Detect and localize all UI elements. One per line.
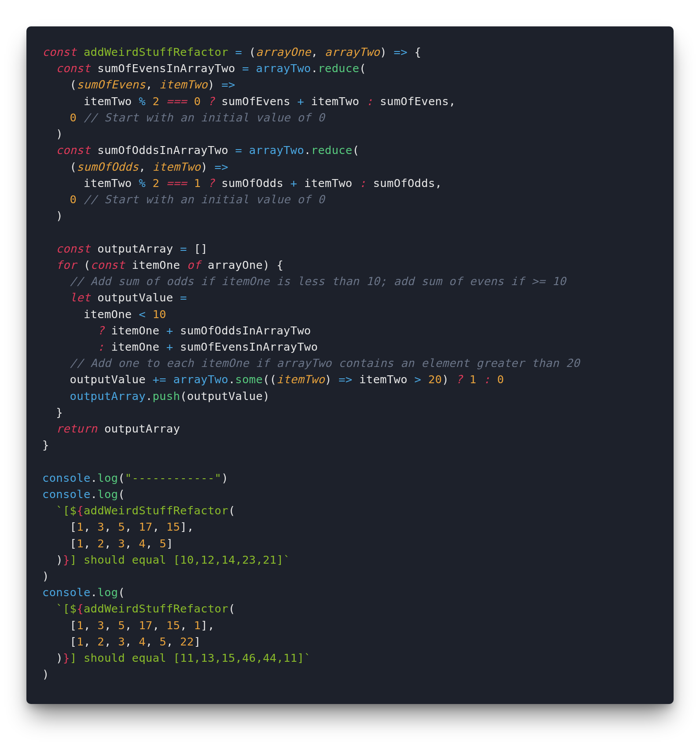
token-fn-decl: addWeirdStuffRefactor [84, 602, 228, 615]
token-punct: , [104, 537, 118, 550]
token-punct: ( [242, 45, 256, 59]
token-param: itemTwo [159, 78, 208, 91]
token-kw: const [91, 258, 125, 271]
token-punct [42, 373, 70, 386]
token-num: 3 [97, 520, 104, 533]
token-num: 5 [159, 537, 166, 550]
token-punct [159, 95, 166, 108]
token-num: 0 [70, 193, 77, 206]
token-punct: ( [118, 586, 125, 599]
token-num: 1 [77, 537, 84, 550]
token-punct [214, 95, 221, 108]
token-punct: ( [352, 143, 359, 157]
token-cmt: // Start with an initial value of 0 [84, 111, 325, 124]
token-fn-call: reduce [318, 62, 359, 75]
token-punct [373, 95, 380, 108]
token-punct: , [146, 635, 159, 648]
token-ident: outputValue [97, 291, 173, 304]
token-punct: } [42, 438, 49, 451]
token-punct: , [104, 619, 118, 632]
token-punct [228, 45, 236, 59]
token-punct [42, 308, 84, 321]
token-punct [42, 95, 84, 108]
token-punct: ) [442, 373, 456, 386]
token-obj: console [42, 471, 91, 484]
token-punct: , [104, 635, 118, 648]
token-punct: , [311, 45, 324, 59]
token-ident: sumOfOdds [373, 176, 435, 190]
token-str: ] should equal [10,12,14,23,21]` [70, 553, 291, 566]
token-punct [284, 176, 291, 190]
token-punct: . [146, 389, 153, 403]
token-punct: ) [201, 160, 214, 173]
token-punct [242, 143, 249, 157]
token-cmt: // Add one to each itemOne if arrayTwo c… [70, 356, 580, 370]
token-tmpl-d: } [63, 651, 70, 664]
token-punct [104, 340, 111, 353]
token-num: 2 [97, 635, 104, 648]
token-punct: , [435, 176, 442, 190]
token-punct [42, 422, 56, 435]
token-ident: sumOfEvensInArrayTwo [97, 62, 235, 75]
token-str: "------------" [125, 471, 221, 484]
token-punct [159, 324, 166, 337]
token-punct [235, 62, 242, 75]
token-op: % [139, 95, 146, 108]
token-op: = [235, 143, 242, 157]
token-num: 17 [139, 520, 152, 533]
token-num: 17 [139, 619, 152, 632]
token-punct [366, 176, 373, 190]
token-punct [132, 308, 139, 321]
code-line: // Add one to each itemOne if arrayTwo c… [42, 356, 580, 370]
code-line: itemOne < 10 [42, 308, 166, 321]
token-punct [42, 602, 56, 615]
token-punct [173, 340, 180, 353]
token-punct [42, 324, 97, 337]
token-num: 3 [118, 537, 125, 550]
token-punct: , [125, 619, 139, 632]
code-line: (sumOfEvens, itemTwo) => [42, 78, 235, 91]
token-punct [166, 373, 173, 386]
token-punct: , [84, 619, 97, 632]
token-ident: itemOne [132, 258, 181, 271]
token-punct: ], [201, 619, 214, 632]
code-line: ) [42, 127, 63, 140]
token-param: itemTwo [276, 373, 325, 386]
token-str: `[$ [56, 602, 77, 615]
code-card: const addWeirdStuffRefactor = (arrayOne,… [26, 26, 674, 704]
token-num: 5 [118, 520, 125, 533]
token-punct: , [449, 95, 456, 108]
token-punct [42, 258, 56, 271]
token-kw: const [56, 143, 90, 157]
token-kw: of [187, 258, 201, 271]
token-ident: sumOfOdds [221, 176, 284, 190]
token-num: 1 [194, 619, 201, 632]
token-op: + [166, 324, 173, 337]
token-punct [42, 275, 70, 288]
token-punct: ], [180, 520, 194, 533]
token-punct [42, 193, 70, 206]
token-punct [201, 95, 208, 108]
token-punct: , [146, 537, 159, 550]
token-op: % [139, 176, 146, 190]
code-line: return outputArray [42, 422, 180, 435]
code-line: console.log("------------") [42, 471, 228, 484]
token-num: 1 [77, 635, 84, 648]
token-ident: sumOfOddsInArrayTwo [97, 143, 228, 157]
token-obj: outputArray [70, 389, 146, 403]
token-punct [91, 242, 98, 255]
token-num: 4 [139, 635, 146, 648]
token-punct [42, 242, 56, 255]
token-num: 5 [118, 619, 125, 632]
code-block[interactable]: const addWeirdStuffRefactor = (arrayOne,… [42, 44, 658, 683]
token-punct [201, 176, 208, 190]
token-punct: } [42, 406, 63, 419]
token-punct: ) [42, 569, 49, 583]
code-line: : itemOne + sumOfEvensInArrayTwo [42, 340, 318, 353]
token-punct: . [91, 471, 98, 484]
token-obj: console [42, 488, 91, 501]
token-num: 1 [77, 520, 84, 533]
code-line: `[${addWeirdStuffRefactor( [42, 602, 235, 615]
token-punct: ( [77, 258, 90, 271]
token-ident: itemTwo [304, 176, 353, 190]
